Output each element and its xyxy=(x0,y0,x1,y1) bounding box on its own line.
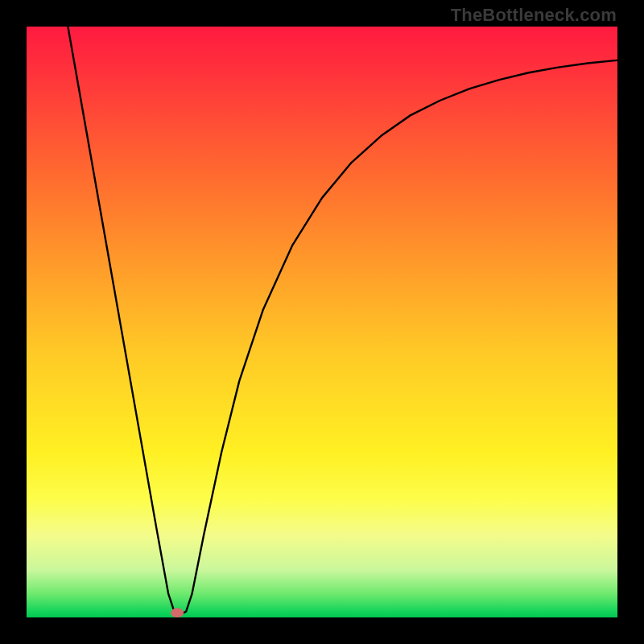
curve-group xyxy=(68,27,617,617)
plot-area xyxy=(27,27,617,617)
curve-layer xyxy=(27,27,617,617)
minimum-marker xyxy=(171,608,184,617)
bottleneck-curve xyxy=(68,27,617,614)
watermark-text: TheBottleneck.com xyxy=(451,5,617,26)
chart-frame: TheBottleneck.com xyxy=(0,0,644,644)
